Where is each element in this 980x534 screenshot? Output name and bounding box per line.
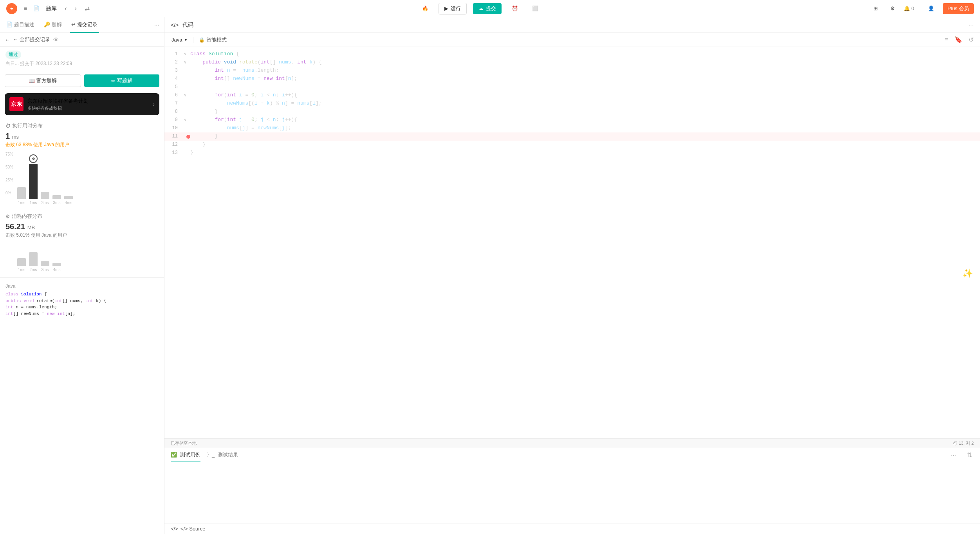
tab-description[interactable]: 📄 题目描述 bbox=[5, 17, 36, 33]
code-line-6: 6 ∨ for(int i = 0; i < n; i++){ bbox=[164, 91, 980, 100]
write-solution-btn[interactable]: ✏ 写题解 bbox=[84, 74, 160, 87]
official-solution-btn[interactable]: 📖 官方题解 bbox=[5, 74, 81, 87]
align-icon-btn[interactable]: ≡ bbox=[943, 36, 950, 44]
ad-text: 京东秋招多快好省备考计划 多快好省备战秋招 bbox=[27, 98, 149, 111]
square-icon: ⬜ bbox=[532, 5, 538, 11]
statusbar-left: 已存储至本地 bbox=[171, 440, 197, 446]
line-num-12: 12 bbox=[164, 141, 184, 148]
source-brackets-icon: </> bbox=[171, 526, 178, 532]
eye-btn[interactable]: 👁 bbox=[53, 36, 59, 43]
tab-solution-label: 题解 bbox=[52, 21, 62, 28]
bottom-tabs: ✅ 测试用例 〉_ 测试结果 ··· ⇅ bbox=[164, 448, 980, 462]
memory-title: ⚙ 消耗内存分布 bbox=[5, 213, 159, 220]
check-icon: ✅ bbox=[171, 452, 177, 458]
chart-bar-4ms bbox=[64, 196, 73, 199]
mem-bar-3 bbox=[41, 261, 49, 266]
submit-btn[interactable]: ☁ 提交 bbox=[473, 3, 502, 14]
prev-btn[interactable]: ‹ bbox=[63, 4, 68, 14]
debug-btn[interactable]: 🔥 bbox=[418, 3, 432, 14]
clock-icon: ⏱ bbox=[5, 123, 11, 129]
bottom-resize-btn[interactable]: ⇅ bbox=[966, 451, 974, 460]
code-preview-line-4: int[] newNums = new int[n]; bbox=[5, 311, 159, 317]
beat-pct: 63.88% bbox=[16, 142, 32, 147]
exec-time-value: 1 bbox=[5, 132, 10, 140]
mem-x-4ms: 4ms bbox=[52, 268, 61, 272]
shuffle-btn[interactable]: ⇄ bbox=[83, 3, 91, 14]
tab-solution[interactable]: 🔑 题解 bbox=[42, 17, 63, 33]
chevron-down-icon: ▼ bbox=[184, 38, 188, 42]
tab-submissions-label: 提交记录 bbox=[77, 21, 97, 28]
editor-more-btn[interactable]: ··· bbox=[969, 22, 974, 29]
next-btn[interactable]: › bbox=[73, 4, 78, 14]
gear-icon: ⚙ bbox=[890, 5, 895, 11]
tab-submissions[interactable]: ↩ 提交记录 bbox=[70, 17, 99, 33]
code-editor[interactable]: 1 ∨ class Solution { 2 ∨ public void rot… bbox=[164, 47, 980, 438]
mem-bar-2 bbox=[29, 252, 38, 266]
grid-btn[interactable]: ⊞ bbox=[870, 3, 882, 14]
problem-bank-label: 📄 bbox=[33, 5, 40, 11]
plus-btn[interactable]: Plus 会员 bbox=[943, 3, 974, 14]
toolbar-sep-2 bbox=[193, 37, 193, 43]
y-label-75: 75% bbox=[5, 152, 13, 156]
mem-x-2ms: 2ms bbox=[29, 268, 38, 272]
avatar-btn[interactable]: 👤 bbox=[924, 3, 938, 14]
settings-btn[interactable]: ⚙ bbox=[886, 3, 899, 14]
divider-1 bbox=[0, 277, 164, 278]
official-icon: 📖 bbox=[29, 78, 35, 84]
line-fold-6[interactable]: ∨ bbox=[184, 92, 190, 99]
lang-selector-btn[interactable]: Java ▼ bbox=[169, 35, 190, 44]
code-line-9: 9 ∨ for(int j = 0; j < n; j++){ bbox=[164, 116, 980, 124]
line-content-7: newNums[(i + k) % n] = nums[i]; bbox=[190, 100, 980, 108]
test-result-label: 测试结果 bbox=[218, 451, 238, 458]
alarm-btn[interactable]: ⏰ bbox=[508, 3, 522, 14]
tab-test-result[interactable]: 〉_ 测试结果 bbox=[207, 448, 238, 462]
code-line-10: 10 nums[j] = newNums[j]; bbox=[164, 124, 980, 132]
y-label-25: 25% bbox=[5, 178, 13, 182]
line-content-12: } bbox=[190, 141, 980, 149]
sub-item-user: 白日... 提交于 2023.12.23 22:09 bbox=[5, 60, 159, 67]
problem-bank-btn[interactable]: 题库 bbox=[44, 4, 58, 14]
tab-more-btn[interactable]: ··· bbox=[154, 22, 159, 29]
source-label: </> Source bbox=[180, 526, 206, 532]
beat-prefix: 击败 bbox=[5, 142, 16, 147]
line-num-11: 11 bbox=[164, 133, 184, 140]
exec-time-value-row: 1 ms bbox=[5, 132, 159, 141]
code-line-4: 4 int[] newNums = new int[n]; bbox=[164, 75, 980, 83]
square-btn[interactable]: ⬜ bbox=[528, 3, 542, 14]
bottom-source-bar: </> </> Source bbox=[164, 523, 980, 534]
code-line-1: 1 ∨ class Solution { bbox=[164, 50, 980, 58]
mem-bar-4 bbox=[52, 263, 61, 266]
left-scroll-area: ← ← 全部提交记录 👁 通过 白日... 提交于 2023.12.23 22:… bbox=[0, 33, 164, 534]
upload-icon: ☁ bbox=[478, 5, 484, 11]
editor-title: </> 代码 bbox=[171, 22, 193, 29]
hamburger-btn[interactable]: ≡ bbox=[22, 4, 29, 14]
ai-mode-label: 智能模式 bbox=[206, 36, 227, 43]
y-label-50: 50% bbox=[5, 165, 13, 169]
code-brackets-icon: </> bbox=[171, 22, 179, 28]
chart-bar-3ms bbox=[52, 195, 61, 199]
refresh-btn[interactable]: ↺ bbox=[967, 35, 975, 44]
sub-header: ← ← 全部提交记录 👁 bbox=[0, 33, 164, 47]
toolbar-center: 🔥 ▶ 运行 ☁ 提交 ⏰ ⬜ bbox=[418, 3, 542, 14]
exec-time-title-label: 执行用时分布 bbox=[12, 122, 43, 129]
line-num-2: 2 bbox=[164, 59, 184, 66]
ad-banner[interactable]: 京东 京东秋招多快好省备考计划 多快好省备战秋招 › bbox=[5, 93, 159, 115]
logo-icon[interactable] bbox=[6, 3, 17, 14]
line-fold-1[interactable]: ∨ bbox=[184, 51, 190, 58]
back-btn[interactable]: ← ← 全部提交记录 bbox=[5, 36, 50, 43]
chart-bar-1ms-small bbox=[17, 187, 26, 199]
right-panel: </> 代码 ··· Java ▼ 🔒 智能模式 ≡ 🔖 ↺ bbox=[164, 17, 980, 534]
bottom-tab-more-btn[interactable]: ··· bbox=[951, 452, 956, 459]
breakpoint-dot[interactable] bbox=[186, 135, 190, 139]
ai-sparkle-icon[interactable]: ✨ bbox=[962, 269, 973, 279]
bookmark-btn[interactable]: 🔖 bbox=[953, 35, 964, 44]
line-fold-9[interactable]: ∨ bbox=[184, 117, 190, 123]
chart-x-labels: 1ms 1ms 2ms 3ms 4ms bbox=[17, 201, 159, 205]
tab-test-case[interactable]: ✅ 测试用例 bbox=[171, 448, 200, 462]
line-fold-2[interactable]: ∨ bbox=[184, 60, 190, 66]
run-btn[interactable]: ▶ 运行 bbox=[439, 3, 467, 14]
memory-value: 56.21 bbox=[5, 222, 25, 231]
ai-mode-btn[interactable]: 🔒 智能模式 bbox=[197, 35, 229, 45]
x-label-1ms-a: 1ms bbox=[17, 201, 26, 205]
ad-title: 京东秋招多快好省备考计划 bbox=[27, 98, 149, 105]
